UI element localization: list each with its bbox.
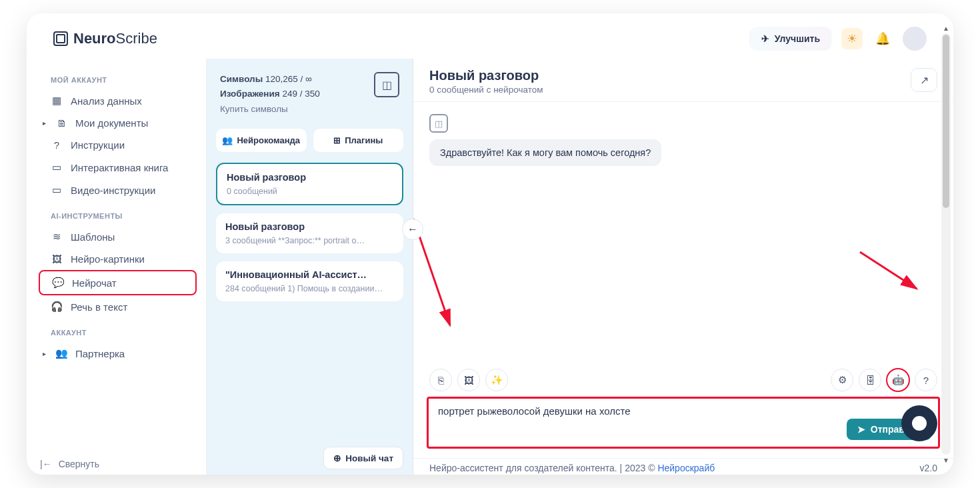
sidebar-item-label: Видео-инструкции bbox=[71, 185, 155, 196]
new-chat-label: Новый чат bbox=[345, 453, 393, 463]
sidebar-item-видео-инструкции[interactable]: ▭Видео-инструкции bbox=[39, 179, 197, 201]
sidebar-item-label: Анализ данных bbox=[71, 95, 142, 107]
app-window: NeuroScribe ✈ Улучшить ☀ 🔔 МОЙ АККАУНТ ▦… bbox=[27, 13, 953, 475]
conv-subtitle: 3 сообщений **Запрос:** portrait о… bbox=[225, 236, 394, 245]
conv-subtitle: 284 сообщений 1) Помощь в создании… bbox=[225, 284, 394, 293]
chat-fab[interactable] bbox=[901, 405, 937, 441]
avatar[interactable] bbox=[903, 27, 927, 51]
symbols-value: 120,265 / ∞ bbox=[265, 74, 312, 84]
conv-title: Новый разговор bbox=[225, 221, 394, 232]
chat-subtitle: 0 сообщений с нейрочатом bbox=[429, 85, 543, 95]
sidebar-item-label: Нейрочат bbox=[72, 277, 117, 289]
magic-icon[interactable]: ✨ bbox=[485, 369, 508, 391]
attach-icon[interactable]: ⎘ bbox=[429, 369, 452, 391]
symbols-label: Символы bbox=[220, 74, 263, 84]
sidebar-item-мои-документы[interactable]: 🗎Мои документы bbox=[39, 112, 197, 134]
scroll-down-icon[interactable]: ▼ bbox=[941, 455, 951, 465]
conv-subtitle: 0 сообщений bbox=[227, 187, 393, 196]
chat-messages: ◫ Здравствуйте! Как я могу вам помочь се… bbox=[413, 102, 953, 369]
sidebar-section-aitools: AI-ИНСТРУМЕНТЫ bbox=[51, 212, 206, 220]
chat-icon: 💬 bbox=[52, 277, 64, 289]
video-icon: ▭ bbox=[51, 184, 63, 196]
sidebar-item-речь-в-текст[interactable]: 🎧Речь в текст bbox=[39, 295, 197, 318]
sidebar-item-нейро-картинки[interactable]: 🖼Нейро-картинки bbox=[39, 248, 197, 270]
doc-icon: 🗎 bbox=[55, 117, 67, 129]
sidebar-item-label: Шаблоны bbox=[71, 231, 115, 243]
footer-version: v2.0 bbox=[920, 463, 937, 473]
scroll-thumb[interactable] bbox=[943, 35, 949, 208]
image-icon: 🖼 bbox=[51, 253, 63, 265]
rocket-icon: ✈ bbox=[761, 33, 769, 44]
layers-icon: ≋ bbox=[51, 231, 63, 243]
conversation-item[interactable]: Новый разговор0 сообщений bbox=[216, 163, 403, 205]
collapse-mid-button[interactable]: ← bbox=[402, 219, 423, 240]
sidebar-item-шаблоны[interactable]: ≋Шаблоны bbox=[39, 225, 197, 248]
grid-icon: ▦ bbox=[51, 95, 63, 107]
footer-link[interactable]: Нейроскрайб bbox=[657, 463, 715, 473]
sidebar-item-label: Партнерка bbox=[75, 348, 125, 359]
stats-logo-icon: ◫ bbox=[374, 72, 399, 97]
image-icon[interactable]: 🖼 bbox=[457, 369, 480, 391]
help-icon[interactable]: ? bbox=[915, 369, 937, 391]
new-chat-button[interactable]: ⊕ Новый чат bbox=[323, 447, 403, 469]
archive-icon[interactable]: 🗄 bbox=[859, 369, 881, 391]
sidebar-item-label: Инструкции bbox=[71, 139, 125, 151]
pill-plugins-label: Плагины bbox=[345, 135, 383, 145]
images-value: 249 / 350 bbox=[282, 89, 319, 99]
send-icon: ➤ bbox=[857, 424, 865, 435]
logo-text-strong: Neuro bbox=[73, 30, 116, 47]
collapse-icon: |← bbox=[40, 459, 52, 469]
conversations-panel: Символы 120,265 / ∞ Изображения 249 / 35… bbox=[207, 59, 413, 475]
conv-title: "Инновационный AI-ассист… bbox=[225, 269, 394, 280]
buy-symbols-link[interactable]: Купить символы bbox=[220, 102, 320, 117]
robot-icon[interactable]: 🤖 bbox=[887, 369, 909, 391]
sidebar-item-инструкции[interactable]: ?Инструкции bbox=[39, 134, 197, 156]
sidebar-item-интерактивная-книга[interactable]: ▭Интерактивная книга bbox=[39, 156, 197, 179]
upgrade-label: Улучшить bbox=[775, 33, 820, 44]
chat-input-container: портрет рыжеволосой девушки на холсте ➤ … bbox=[427, 397, 940, 449]
head-icon: 🎧 bbox=[51, 301, 63, 313]
footer: Нейро-ассистент для создателей контента.… bbox=[413, 458, 953, 475]
sidebar-item-label: Интерактивная книга bbox=[71, 162, 168, 173]
sidebar: МОЙ АККАУНТ ▦Анализ данных🗎Мои документы… bbox=[27, 59, 207, 475]
upgrade-button[interactable]: ✈ Улучшить bbox=[749, 27, 832, 51]
pill-team-label: Нейрокоманда bbox=[237, 135, 300, 145]
theme-toggle-icon[interactable]: ☀ bbox=[841, 28, 863, 49]
tab-neuroteam[interactable]: 👥Нейрокоманда bbox=[216, 129, 307, 152]
partner-icon: 👥 bbox=[55, 347, 67, 359]
conversation-item[interactable]: "Инновационный AI-ассист…284 сообщений 1… bbox=[216, 261, 403, 301]
bot-avatar-icon: ◫ bbox=[429, 114, 448, 133]
images-label: Изображения bbox=[220, 89, 280, 99]
footer-text: Нейро-ассистент для создателей контента.… bbox=[429, 463, 657, 473]
plus-icon: ⊕ bbox=[333, 453, 341, 463]
chat-area: Новый разговор 0 сообщений с нейрочатом … bbox=[413, 59, 953, 475]
chat-header: Новый разговор 0 сообщений с нейрочатом … bbox=[413, 59, 953, 102]
sidebar-item-анализ-данных[interactable]: ▦Анализ данных bbox=[39, 89, 197, 112]
sidebar-section-acct: АККАУНТ bbox=[51, 329, 206, 337]
sidebar-section-account: МОЙ АККАУНТ bbox=[51, 76, 206, 84]
sidebar-item-label: Мои документы bbox=[75, 117, 148, 129]
conversation-item[interactable]: Новый разговор3 сообщений **Запрос:** po… bbox=[216, 213, 403, 253]
sidebar-item-нейрочат[interactable]: 💬Нейрочат bbox=[39, 270, 197, 295]
share-button[interactable]: ↗ bbox=[911, 68, 937, 92]
sidebar-collapse[interactable]: |← Свернуть bbox=[40, 459, 99, 469]
chat-title: Новый разговор bbox=[429, 68, 543, 83]
sidebar-item-label: Речь в текст bbox=[71, 301, 127, 313]
conv-title: Новый разговор bbox=[227, 172, 393, 183]
bot-message: Здравствуйте! Как я могу вам помочь сего… bbox=[429, 139, 661, 166]
logo-icon bbox=[53, 31, 68, 46]
collapse-label: Свернуть bbox=[59, 459, 99, 469]
team-icon: 👥 bbox=[222, 135, 233, 145]
usage-stats: Символы 120,265 / ∞ Изображения 249 / 35… bbox=[216, 68, 403, 122]
tab-plugins[interactable]: ⊞Плагины bbox=[313, 129, 404, 152]
brand-logo[interactable]: NeuroScribe bbox=[53, 30, 157, 47]
sidebar-item-партнерка[interactable]: 👥Партнерка bbox=[39, 342, 197, 365]
window-scrollbar[interactable]: ▲ ▼ bbox=[941, 33, 951, 455]
logo-text-light: Scribe bbox=[116, 30, 157, 47]
scroll-up-icon[interactable]: ▲ bbox=[941, 23, 951, 33]
settings-icon[interactable]: ⚙ bbox=[831, 369, 853, 391]
notifications-icon[interactable]: 🔔 bbox=[872, 28, 893, 49]
plugins-icon: ⊞ bbox=[333, 135, 341, 145]
chat-toolbar: ⎘ 🖼 ✨ ⚙ 🗄 🤖 ? bbox=[413, 369, 953, 397]
header-actions: ✈ Улучшить ☀ 🔔 bbox=[749, 27, 927, 51]
